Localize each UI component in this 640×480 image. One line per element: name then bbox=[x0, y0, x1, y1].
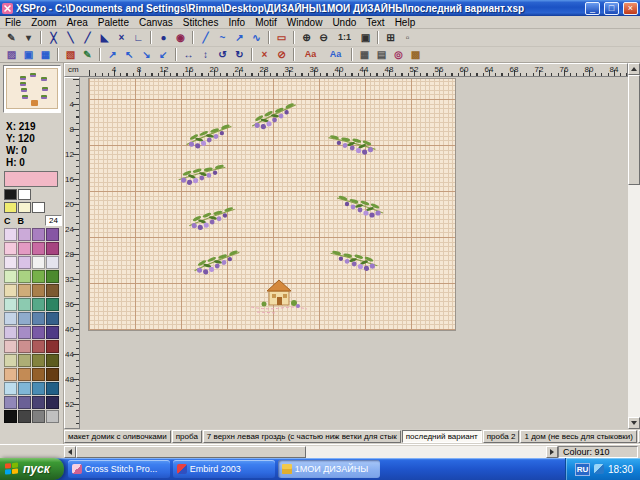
grid-toggle-button-button[interactable]: ▦ bbox=[356, 47, 373, 62]
font-style-button-button[interactable]: Aa bbox=[298, 47, 323, 62]
palette-swatch[interactable] bbox=[32, 382, 45, 395]
freehand-tool-button[interactable]: ∿ bbox=[248, 30, 265, 45]
pencil-tool-button[interactable]: ✎ bbox=[3, 30, 20, 45]
palette-swatch[interactable] bbox=[18, 228, 31, 241]
palette-swatch[interactable] bbox=[32, 410, 45, 423]
menu-item-text[interactable]: Text bbox=[361, 17, 389, 28]
palette-swatch[interactable] bbox=[46, 270, 59, 283]
palette-swatch[interactable] bbox=[18, 354, 31, 367]
select-motif-tool-button[interactable]: ▨ bbox=[3, 47, 20, 62]
palette-swatch[interactable] bbox=[4, 242, 17, 255]
palette-swatch[interactable] bbox=[32, 256, 45, 269]
half-cross-stitch-tool-button[interactable]: ╲ bbox=[62, 30, 79, 45]
curve-se-tool-button[interactable]: ↘ bbox=[138, 47, 155, 62]
rotate-right-button-button[interactable]: ↻ bbox=[231, 47, 248, 62]
design-tab[interactable]: макет домик с оливочками bbox=[64, 430, 171, 443]
palette-swatch[interactable] bbox=[46, 284, 59, 297]
palette-swatch[interactable] bbox=[46, 354, 59, 367]
palette-swatch[interactable] bbox=[32, 228, 45, 241]
palette-swatch[interactable] bbox=[18, 326, 31, 339]
palette-swatch[interactable] bbox=[18, 340, 31, 353]
palette-swatch[interactable] bbox=[46, 382, 59, 395]
palette-swatch[interactable] bbox=[4, 326, 17, 339]
zoom-in-tool-button[interactable]: ⊕ bbox=[298, 30, 315, 45]
french-knot-tool-button[interactable]: ● bbox=[155, 30, 172, 45]
vertical-scrollbar-thumb[interactable] bbox=[628, 75, 640, 185]
delete-stitch-button-button[interactable]: × bbox=[256, 47, 273, 62]
colour-picker-tool-button[interactable]: ✎ bbox=[79, 47, 96, 62]
curve-nw-tool-button[interactable]: ↖ bbox=[121, 47, 138, 62]
palette-swatch[interactable] bbox=[18, 270, 31, 283]
language-indicator[interactable]: RU bbox=[575, 463, 590, 476]
palette-swatch[interactable] bbox=[18, 368, 31, 381]
copy-motif-button-button[interactable]: ▣ bbox=[20, 47, 37, 62]
design-tab[interactable]: 7 верхн левая гроздь (с частью ниж ветки… bbox=[203, 430, 401, 443]
horizontal-scrollbar-thumb[interactable] bbox=[76, 446, 306, 458]
palette-swatch[interactable] bbox=[32, 326, 45, 339]
palette-swatch[interactable] bbox=[4, 270, 17, 283]
line-tool-button[interactable]: ╱ bbox=[197, 30, 214, 45]
palette-swatch[interactable] bbox=[32, 284, 45, 297]
start-button[interactable]: пуск bbox=[0, 458, 64, 480]
palette-swatch[interactable] bbox=[32, 242, 45, 255]
minimize-button[interactable]: _ bbox=[585, 2, 600, 15]
menu-item-stitches[interactable]: Stitches bbox=[178, 17, 224, 28]
palette-swatch[interactable] bbox=[46, 228, 59, 241]
menu-item-palette[interactable]: Palette bbox=[93, 17, 134, 28]
scroll-up-button[interactable] bbox=[628, 63, 640, 75]
maximize-button[interactable]: □ bbox=[604, 2, 619, 15]
curve-ne-tool-button[interactable]: ↗ bbox=[104, 47, 121, 62]
pencil-mode-dropdown-button[interactable]: ▾ bbox=[20, 30, 37, 45]
palette-swatch[interactable] bbox=[18, 202, 31, 213]
taskbar-task-button[interactable]: Cross Stitch Pro... bbox=[68, 460, 170, 478]
palette-swatch[interactable] bbox=[4, 256, 17, 269]
taskbar-task-button[interactable]: 1МОИ ДИЗАЙНЫ bbox=[278, 460, 380, 478]
palette-swatch[interactable] bbox=[4, 340, 17, 353]
palette-swatch[interactable] bbox=[46, 312, 59, 325]
scroll-down-button[interactable] bbox=[628, 417, 640, 429]
mirror-horizontal-button-button[interactable]: ↔ bbox=[180, 47, 197, 62]
palette-swatch[interactable] bbox=[32, 270, 45, 283]
zoom-out-tool-button[interactable]: ⊖ bbox=[315, 30, 332, 45]
scroll-right-button[interactable] bbox=[546, 446, 558, 458]
palette-swatch[interactable] bbox=[46, 368, 59, 381]
design-canvas[interactable] bbox=[88, 78, 456, 331]
zoom-one-to-one-button[interactable]: 1:1 bbox=[332, 30, 357, 45]
three-quarter-stitch-tool-button[interactable]: ◣ bbox=[96, 30, 113, 45]
design-tab[interactable]: последний вариант bbox=[402, 430, 482, 443]
curve-tool-button[interactable]: ~ bbox=[214, 30, 231, 45]
design-tab[interactable]: проба 2 bbox=[483, 430, 520, 443]
close-button[interactable]: × bbox=[623, 2, 638, 15]
design-tab[interactable]: проба bbox=[172, 430, 202, 443]
menu-item-zoom[interactable]: Zoom bbox=[26, 17, 62, 28]
full-cross-stitch-tool-button[interactable]: ╳ bbox=[45, 30, 62, 45]
palette-swatch[interactable] bbox=[18, 312, 31, 325]
info-pointer-button-button[interactable]: ◎ bbox=[390, 47, 407, 62]
palette-swatch[interactable] bbox=[32, 298, 45, 311]
palette-swatch[interactable] bbox=[4, 312, 17, 325]
arrow-tool-button[interactable]: ↗ bbox=[231, 30, 248, 45]
mirror-vertical-button-button[interactable]: ↕ bbox=[197, 47, 214, 62]
menu-item-window[interactable]: Window bbox=[282, 17, 328, 28]
palette-swatch[interactable] bbox=[46, 410, 59, 423]
palette-swatch[interactable] bbox=[4, 298, 17, 311]
palette-swatch[interactable] bbox=[32, 312, 45, 325]
palette-swatch[interactable] bbox=[18, 298, 31, 311]
palette-swatch[interactable] bbox=[18, 189, 31, 200]
palette-swatch[interactable] bbox=[18, 284, 31, 297]
palette-swatch[interactable] bbox=[46, 326, 59, 339]
scroll-left-button[interactable] bbox=[64, 446, 76, 458]
palette-swatch[interactable] bbox=[32, 340, 45, 353]
no-entry-button-button[interactable]: ⊘ bbox=[273, 47, 290, 62]
tray-app-icon[interactable] bbox=[594, 464, 604, 474]
palette-swatch[interactable] bbox=[18, 256, 31, 269]
palette-swatch[interactable] bbox=[46, 242, 59, 255]
menu-item-file[interactable]: File bbox=[0, 17, 26, 28]
flood-fill-tool-button[interactable]: ▧ bbox=[62, 47, 79, 62]
palette-view-button-button[interactable]: ▩ bbox=[407, 47, 424, 62]
menu-item-motif[interactable]: Motif bbox=[250, 17, 282, 28]
select-area-tool-button[interactable]: ▫ bbox=[399, 30, 416, 45]
palette-swatch[interactable] bbox=[18, 410, 31, 423]
zoom-fit-tool-button[interactable]: ▣ bbox=[357, 30, 374, 45]
menu-item-area[interactable]: Area bbox=[62, 17, 93, 28]
